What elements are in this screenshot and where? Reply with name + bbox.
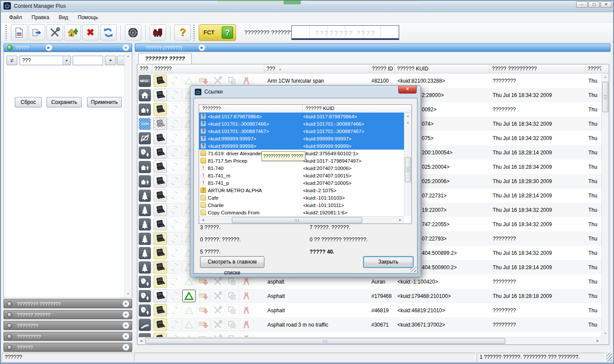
save-button[interactable]: Сохранить xyxy=(47,97,82,107)
laptop-icon[interactable] xyxy=(154,160,167,173)
scroll-left-icon[interactable]: ◀ xyxy=(137,337,145,344)
dependency-list-item[interactable]: ?<kuid:999999:99997><kuid:999999:99997> xyxy=(199,135,404,142)
repair-icon[interactable] xyxy=(211,333,224,337)
tab-main-list[interactable]: ??????? ????? xyxy=(138,53,192,64)
copy-icon[interactable] xyxy=(225,290,239,302)
disc-icon[interactable] xyxy=(168,275,181,288)
repair-icon[interactable] xyxy=(211,275,224,288)
disc-icon[interactable] xyxy=(168,103,181,116)
disc-icon[interactable] xyxy=(168,247,181,259)
new-document-button[interactable] xyxy=(11,24,27,40)
export-button[interactable] xyxy=(29,24,45,40)
scroll-down-icon[interactable]: ▼ xyxy=(125,291,131,297)
view-in-main-list-button[interactable]: Смотреть в главном списке xyxy=(200,256,264,268)
column-header-1[interactable]: ??? xyxy=(137,64,152,73)
laptop-icon[interactable] xyxy=(154,290,167,302)
resize-grip[interactable] xyxy=(410,266,416,272)
collapsed-panel-2[interactable]: ?????? ??????« xyxy=(3,310,132,319)
table-vertical-scrollbar[interactable]: ▲ ▼ xyxy=(601,73,609,337)
disc-icon[interactable] xyxy=(168,117,181,130)
collapsed-panel-3[interactable]: ????????« xyxy=(3,321,132,330)
disc-icon[interactable] xyxy=(168,146,181,159)
scroll-right-icon[interactable]: ▶ xyxy=(397,217,404,224)
install-icon[interactable] xyxy=(197,333,210,337)
ribbon-icon[interactable] xyxy=(240,318,253,331)
collapsed-panel-1[interactable]: ???????? ????????« xyxy=(3,299,132,308)
collapsed-panel-4[interactable]: ?????????« xyxy=(3,332,132,341)
install-icon[interactable] xyxy=(197,304,210,317)
laptop-icon[interactable] xyxy=(154,74,167,87)
triangle-icon[interactable] xyxy=(182,333,196,337)
laptop-icon[interactable] xyxy=(154,261,167,274)
window-resize-grip[interactable] xyxy=(606,353,612,361)
close-button[interactable]: ✕ xyxy=(601,1,612,8)
tools-button[interactable] xyxy=(47,24,63,40)
train-button[interactable] xyxy=(150,24,166,40)
laptop-icon[interactable] xyxy=(154,175,167,187)
repair-icon[interactable] xyxy=(211,318,224,331)
scrollbar-thumb[interactable] xyxy=(405,157,411,182)
dependency-kuid-column[interactable]: ?????? KUID xyxy=(303,105,411,112)
ribbon-icon[interactable] xyxy=(240,333,253,337)
copy-icon[interactable] xyxy=(225,333,239,337)
help-button[interactable]: ? xyxy=(174,24,191,40)
column-header-3[interactable]: ???▲ xyxy=(264,64,370,73)
dependency-list-item[interactable]: ?<kuid:1017:879879864><kuid:1017:8798798… xyxy=(199,113,404,120)
dependency-list-item[interactable]: Copy Commands From<kuid2:192081:1:6> xyxy=(199,209,404,216)
disc-icon[interactable] xyxy=(168,74,181,87)
main-panel-header[interactable]: ?????? (??????) ▶ xyxy=(135,43,611,52)
minimize-button[interactable]: — xyxy=(576,1,587,8)
ribbon-icon[interactable] xyxy=(240,290,253,302)
dependency-list-item[interactable]: !81-741_p<kuid:207407:10005> xyxy=(199,179,404,187)
collapsed-panel-5[interactable]: ??????« xyxy=(3,343,132,352)
table-row[interactable]: Asphalt#46819<kuid:46819:21010>????????T… xyxy=(137,303,601,317)
column-header-6[interactable]: ????? ?????????? xyxy=(490,64,585,73)
filter-panel-header[interactable]: ????? ▶ » xyxy=(3,43,132,52)
drive-dial-button[interactable] xyxy=(125,24,141,40)
laptop-icon[interactable] xyxy=(154,318,167,331)
laptop-icon[interactable] xyxy=(154,304,167,317)
chevron-down-icon[interactable]: » xyxy=(123,44,129,51)
title-bar[interactable]: Content Manager Plus — ▢ ✕ xyxy=(0,0,614,12)
laptop-icon[interactable] xyxy=(154,204,167,216)
dependency-list-item[interactable]: Charlie<kuid:-101:10111> xyxy=(199,201,404,209)
laptop-icon[interactable] xyxy=(154,103,167,116)
ribbon-icon[interactable] xyxy=(240,304,253,317)
dependency-list-item[interactable]: !81-741_m<kuid:207407:10015> xyxy=(199,172,404,179)
laptop-icon[interactable] xyxy=(154,218,167,230)
add-filter-button[interactable]: + xyxy=(105,56,116,65)
scroll-up-icon[interactable]: ▲ xyxy=(404,113,411,120)
dependency-list-item[interactable]: ?ARTUR METRO ALPHA<kuid:-2:1075> xyxy=(199,187,404,194)
dropdown-arrow-icon[interactable]: ▼ xyxy=(63,56,70,65)
dialog-close-button[interactable]: ✕ xyxy=(398,86,417,94)
column-header-4[interactable]: ????? ID xyxy=(370,64,395,73)
menu-item-2[interactable]: Правка xyxy=(27,13,54,22)
copy-icon[interactable] xyxy=(225,304,239,317)
fct-segment-box[interactable]: ???????? ???? xyxy=(291,25,399,40)
scroll-down-icon[interactable]: ▼ xyxy=(602,330,609,337)
filter-panel-scrollbar[interactable]: ▲ ▼ xyxy=(124,53,131,297)
dependency-name-column[interactable]: ??????? xyxy=(199,105,303,112)
triangle-icon[interactable] xyxy=(182,275,196,288)
close-dialog-button[interactable]: Закрыть xyxy=(363,256,414,268)
maximize-button[interactable]: ▢ xyxy=(588,1,600,8)
not-equal-button[interactable]: ≠ xyxy=(7,56,17,65)
scroll-right-icon[interactable]: ▶ xyxy=(594,337,601,344)
dependency-list-item[interactable]: ?<kuid:101701:-300887467><kuid:101701:-3… xyxy=(199,127,404,135)
list-vertical-scrollbar[interactable]: ▲ ▼ xyxy=(404,113,411,216)
expand-chevron-icon[interactable]: « xyxy=(123,333,129,340)
expand-chevron-icon[interactable]: « xyxy=(123,301,129,307)
laptop-icon[interactable] xyxy=(154,275,167,288)
scrollbar-thumb[interactable] xyxy=(145,338,505,344)
disc-icon[interactable] xyxy=(168,333,181,337)
expand-chevron-icon[interactable]: « xyxy=(123,322,129,329)
install-icon[interactable] xyxy=(197,318,210,331)
ribbon-icon[interactable] xyxy=(240,275,253,288)
disc-icon[interactable] xyxy=(168,189,181,202)
dependency-list-item[interactable]: ?<kuid:999999:99999><kuid:999999:99999> xyxy=(199,142,404,150)
repair-icon[interactable] xyxy=(211,304,224,317)
play-icon[interactable]: ▶ xyxy=(199,44,205,51)
dependency-list-item[interactable]: ?<kuid:101701:-300887466><kuid:101701:-3… xyxy=(199,120,404,127)
column-header-5[interactable]: ?????? KUID xyxy=(395,64,490,73)
expand-chevron-icon[interactable]: « xyxy=(123,344,129,351)
